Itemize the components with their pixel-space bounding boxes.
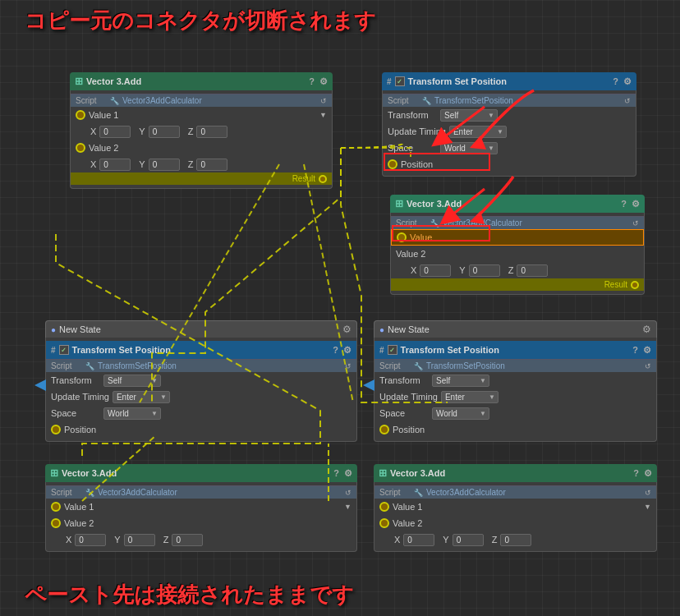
script-row-top: Script 🔧 Vector3AddCalculator ↺ — [71, 94, 332, 107]
script-label-sl: Script — [51, 361, 82, 370]
vector3add-br-header: ⊞ Vector 3.Add ? ⚙ — [374, 464, 657, 482]
dropdown-arrow: ▼ — [319, 111, 327, 119]
value2-bl-connector[interactable] — [51, 518, 61, 528]
transform-sr-row: Transform Self — [374, 372, 656, 388]
z-input-2[interactable] — [196, 159, 227, 171]
xyz-bl-row: X Y Z — [46, 531, 356, 548]
value2-connector[interactable] — [76, 143, 85, 153]
z-input-br[interactable] — [500, 534, 531, 546]
transform-sl-row: Transform Self — [46, 372, 356, 388]
value1-bl-label: Value 1 — [64, 502, 113, 512]
value1-connector[interactable] — [76, 110, 85, 120]
script-label-bl: Script — [51, 488, 82, 497]
x-mid: X — [411, 265, 416, 275]
y-input-bl[interactable] — [124, 534, 155, 546]
reset-icon-mid[interactable]: ↺ — [632, 219, 639, 228]
checkbox-left[interactable]: ✓ — [59, 345, 69, 355]
x-input-bl[interactable] — [75, 534, 106, 546]
x-bl: X — [66, 535, 71, 545]
reset-bl[interactable]: ↺ — [345, 489, 351, 497]
blue-connector-right[interactable] — [363, 379, 374, 391]
space-sl-dropdown[interactable]: World — [103, 407, 161, 420]
value2-br-label: Value 2 — [393, 518, 442, 528]
space-sr-dropdown[interactable]: World — [432, 407, 489, 420]
script-icon-br: 🔧 — [414, 489, 423, 497]
y-input-mid[interactable] — [469, 264, 500, 277]
state-left-header: ● New State ⚙ — [45, 320, 357, 338]
z-input-mid[interactable] — [517, 264, 548, 277]
state-right-header: ● New State ⚙ — [374, 320, 657, 338]
gear-icon-mid[interactable]: ⚙ — [632, 199, 640, 209]
value2-mid-row: Value 2 — [391, 246, 644, 262]
reset-sr[interactable]: ↺ — [645, 362, 651, 370]
gear-bl[interactable]: ⚙ — [344, 468, 352, 479]
state-right-inner-title: Transform Set Position — [401, 345, 499, 355]
reset-sl[interactable]: ↺ — [345, 362, 351, 370]
state-left-title: ● New State — [51, 324, 101, 334]
x-br: X — [394, 535, 400, 545]
vector3add-bl-header: ⊞ Vector 3.Add ? ⚙ — [45, 464, 357, 482]
state-left-inner-header: # ✓ Transform Set Position ? ⚙ — [46, 341, 356, 359]
result-bar-mid: Result — [391, 278, 644, 291]
vector3add-top-node: ⊞ Vector 3.Add ? ⚙ Script 🔧 Vector3AddCa… — [70, 72, 333, 189]
z-mid: Z — [508, 265, 514, 275]
value1-br-connector[interactable] — [379, 502, 389, 512]
y-input-1[interactable] — [149, 126, 180, 138]
gear-state-left[interactable]: ⚙ — [342, 324, 351, 335]
checkbox-right[interactable]: ✓ — [388, 345, 397, 355]
y-mid: Y — [459, 265, 465, 275]
reset-br[interactable]: ↺ — [645, 489, 651, 497]
state-right-title: ● New State — [379, 324, 430, 334]
x-input-1[interactable] — [99, 126, 131, 138]
calc-icon-bl: ⊞ — [50, 467, 58, 479]
result-label-mid: Result — [604, 280, 627, 289]
y-input-br[interactable] — [453, 534, 484, 546]
y-input-2[interactable] — [149, 159, 180, 171]
result-label: Result — [292, 174, 315, 183]
result-connector[interactable] — [319, 175, 327, 183]
gear-br[interactable]: ⚙ — [644, 468, 652, 479]
update-sl-dropdown[interactable]: Enter — [113, 391, 170, 403]
x-input-mid[interactable] — [420, 264, 451, 277]
svg-marker-8 — [470, 136, 486, 149]
script-icon: 🔧 — [110, 97, 119, 105]
reset-icon-tsp[interactable]: ↺ — [624, 97, 631, 105]
calc-icon-mid: ⊞ — [395, 198, 403, 209]
gear-icon-v3a[interactable]: ⚙ — [319, 76, 328, 87]
update-sr-label: Update Timing — [379, 392, 438, 402]
dropdown-arrow-br: ▼ — [644, 503, 651, 511]
result-connector-mid[interactable] — [631, 281, 639, 289]
script-state-right: Script 🔧 TransformSetPosition ↺ — [374, 359, 656, 372]
vector3add-br-title: Vector 3.Add — [390, 468, 445, 478]
gear-left-inner[interactable]: ⚙ — [343, 345, 351, 356]
script-bl: Script 🔧 Vector3AddCalculator ↺ — [46, 485, 356, 499]
gear-icon-tsp[interactable]: ⚙ — [623, 76, 632, 87]
vector3add-top-header: ⊞ Vector 3.Add ? ⚙ — [70, 72, 333, 90]
value2-label-mid: Value 2 — [396, 249, 445, 259]
z-bl: Z — [163, 535, 169, 545]
checkbox-top[interactable]: ✓ — [395, 76, 405, 86]
z-input-1[interactable] — [196, 126, 227, 138]
script-icon-tsp: 🔧 — [422, 97, 431, 105]
value1-bl-connector[interactable] — [51, 502, 61, 512]
y-br: Y — [443, 535, 448, 545]
x-input-2[interactable] — [99, 159, 131, 171]
y-label-2: Y — [139, 159, 145, 169]
position-sl-connector[interactable] — [51, 425, 61, 434]
calc-icon-br: ⊞ — [379, 467, 387, 479]
blue-connector-left[interactable] — [34, 379, 46, 391]
transform-label: Transform — [388, 110, 437, 120]
position-sr-connector[interactable] — [379, 425, 389, 434]
x-input-br[interactable] — [403, 534, 434, 546]
transform-sl-dropdown[interactable]: Self — [103, 375, 161, 387]
gear-right-inner[interactable]: ⚙ — [643, 345, 651, 356]
gear-state-right[interactable]: ⚙ — [642, 324, 651, 335]
transform-sr-dropdown[interactable]: Self — [432, 375, 489, 387]
update-label: Update Timing — [388, 126, 446, 136]
z-input-bl[interactable] — [172, 534, 203, 546]
update-sr-dropdown[interactable]: Enter — [441, 391, 499, 403]
red-arrow-top — [452, 82, 550, 160]
reset-icon[interactable]: ↺ — [320, 97, 327, 105]
value2-br-connector[interactable] — [379, 518, 389, 528]
position-sl-label: Position — [64, 425, 113, 434]
